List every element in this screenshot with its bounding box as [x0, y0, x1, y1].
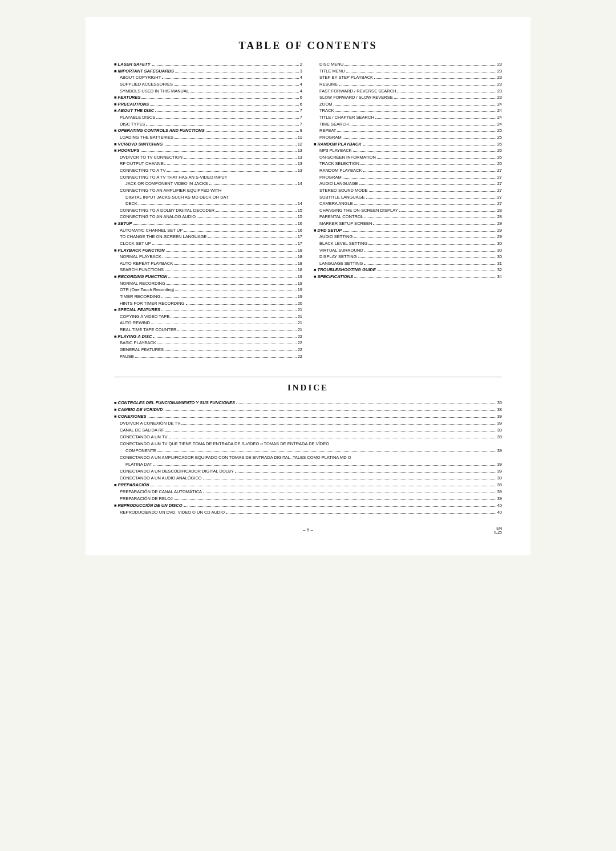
toc-entry: PROGRAM25: [314, 134, 502, 141]
toc-container: ■ LASER SAFETY2■ IMPORTANT SAFEGUARDS3AB…: [114, 61, 502, 360]
page: TABLE OF CONTENTS ■ LASER SAFETY2■ IMPOR…: [86, 17, 530, 555]
toc-entry: PLATINA DAT39: [114, 461, 502, 468]
toc-entry: PREPARACIÓN DE CANAL AUTOMÁTICA39: [114, 489, 502, 495]
toc-entry: TO CHANGE THE ON-SCREEN LANGUAGE17: [114, 233, 302, 240]
section-divider: [114, 377, 502, 377]
toc-entry: AUDIO LANGUAGE27: [314, 180, 502, 187]
toc-entry: BASIC PLAYBACK22: [114, 340, 302, 346]
toc-entry: ■ RECORDING FUNCTION19: [114, 273, 302, 280]
toc-entry: CANAL DE SALIDA RF39: [114, 427, 502, 434]
footer: – 5 – EN IL25: [114, 527, 502, 533]
footer-code: EN IL25: [494, 526, 502, 534]
toc-entry: CLOCK SET UP17: [114, 240, 302, 247]
toc-entry: ■ SETUP16: [114, 220, 302, 227]
toc-entry: LANGUAGE SETTING31: [314, 260, 502, 267]
toc-entry: SEARCH FUNCTIONS18: [114, 267, 302, 273]
toc-entry: TRACK SELECTION26: [314, 160, 502, 167]
toc-entry: CONNECTING TO AN ANALOG AUDIO15: [114, 213, 302, 220]
toc-entry: AUTO REWIND21: [114, 320, 302, 326]
toc-entry: TIMER RECORDING19: [114, 293, 302, 300]
toc-entry: PARENTAL CONTROL28: [314, 213, 502, 220]
toc-entry: ■ IMPORTANT SAFEGUARDS3: [114, 68, 302, 75]
toc-entry: CONNECTING TO A DOLBY DIGITAL DECODER15: [114, 207, 302, 214]
indice-section: ■ CONTROLES DEL FUNCIONAMIENTO Y SUS FUN…: [114, 400, 502, 516]
toc-entry: ■ REPRODUCCIÓN DE UN DISCO40: [114, 502, 502, 509]
toc-entry: PREPARACIÓN DE RELOJ39: [114, 495, 502, 502]
toc-entry: ■ RANDOM PLAYBACK26: [314, 141, 502, 148]
toc-entry: DVD/VCR A CONEXIÓN DE TV39: [114, 420, 502, 427]
toc-entry: SYMBOLS USED IN THIS MANUAL4: [114, 88, 302, 95]
toc-entry: ■ PRECAUTIONS6: [114, 101, 302, 108]
toc-entry: STEP BY STEP PLAYBACK23: [314, 74, 502, 81]
left-column: ■ LASER SAFETY2■ IMPORTANT SAFEGUARDS3AB…: [114, 61, 302, 360]
toc-entry: SUBTITLE LANGUAGE27: [314, 194, 502, 201]
toc-entry: DISPLAY SETTING30: [314, 253, 502, 260]
toc-entry: ■ FEATURES6: [114, 94, 302, 101]
toc-entry: CONNECTING TO AN AMPLIFIER EQUIPPED WITH: [114, 187, 302, 194]
toc-entry: MP3 PLAYBACK26: [314, 147, 502, 154]
toc-entry: PAUSE22: [114, 353, 302, 360]
toc-entry: DVD/VCR TO TV CONNECTION13: [114, 154, 302, 161]
toc-entry: PLAYABLE DISCS7: [114, 114, 302, 121]
toc-entry: CONNECTING TO A TV THAT HAS AN S-VIDEO I…: [114, 174, 302, 181]
toc-entry: VIRTUAL SURROUND30: [314, 247, 502, 254]
toc-entry: OTR (One Touch Recording)19: [114, 287, 302, 293]
toc-entry: ■ LASER SAFETY2: [114, 61, 302, 68]
toc-entry: BLACK LEVEL SETTING30: [314, 240, 502, 247]
toc-entry: TRACK24: [314, 107, 502, 114]
toc-entry: DECK14: [114, 200, 302, 207]
toc-entry: AUDIO SETTING29: [314, 233, 502, 240]
toc-entry: AUTOMATIC CHANNEL SET UP16: [114, 227, 302, 234]
toc-entry: CONECTANDO A UN DESCODIFICADOR DIGITAL D…: [114, 468, 502, 475]
toc-entry: REPEAT25: [314, 127, 502, 134]
toc-entry: NORMAL PLAYBACK18: [114, 253, 302, 260]
toc-entry: ZOOM24: [314, 101, 502, 108]
toc-entry: ■ TROUBLESHOOTING GUIDE32: [314, 267, 502, 273]
toc-entry: CONECTANDO A UN TV39: [114, 434, 502, 441]
toc-entry: ■ CAMBIO DE VCR/DVD38: [114, 406, 502, 413]
toc-entry: ■ PLAYING A DISC22: [114, 333, 302, 340]
right-column: DISC MENU23TITLE MENU23STEP BY STEP PLAY…: [314, 61, 502, 360]
toc-entry: ■ ABOUT THE DISC7: [114, 107, 302, 114]
toc-title: TABLE OF CONTENTS: [114, 40, 502, 52]
toc-entry: RF OUTPUT CHANNEL13: [114, 160, 302, 167]
toc-entry: TITLE MENU23: [314, 68, 502, 75]
toc-entry: LOADING THE BATTERIES11: [114, 134, 302, 141]
toc-entry: PROGRAM27: [314, 174, 502, 181]
toc-entry: ■ CONEXIONES39: [114, 413, 502, 420]
toc-entry: DIGITAL INPUT JACKS SUCH AS MD DECK OR D…: [114, 194, 302, 201]
toc-entry: TIME SEARCH24: [314, 121, 502, 128]
toc-entry: ■ CONTROLES DEL FUNCIONAMIENTO Y SUS FUN…: [114, 400, 502, 406]
toc-entry: COPYING A VIDEO TAPE21: [114, 313, 302, 320]
toc-entry: JACK OR COMPONENT VIDEO IN JACKS14: [114, 180, 302, 187]
toc-entry: CONECTANDO A UN AMPLIFICADOR EQUIPADO CO…: [114, 454, 502, 461]
toc-entry: ■ PLAYBACK FUNCTION18: [114, 247, 302, 254]
toc-entry: CAMERA ANGLE27: [314, 200, 502, 207]
toc-entry: ABOUT COPYRIGHT4: [114, 74, 302, 81]
toc-entry: TITLE / CHAPTER SEARCH24: [314, 114, 502, 121]
toc-entry: CHANGING THE ON-SCREEN DISPLAY28: [314, 207, 502, 214]
toc-entry: ■ HOOKUPS13: [114, 147, 302, 154]
toc-entry: ■ SPECIFICATIONS34: [314, 273, 502, 280]
toc-entry: NORMAL RECORDING19: [114, 280, 302, 287]
toc-entry: COMPONENTE39: [114, 447, 502, 454]
toc-entry: HINTS FOR TIMER RECORDING20: [114, 300, 302, 307]
toc-entry: MARKER SETUP SCREEN29: [314, 220, 502, 227]
toc-entry: DISC MENU23: [314, 61, 502, 68]
toc-entry: ■ DVD SETUP29: [314, 227, 502, 234]
indice-title: INDICE: [114, 383, 502, 393]
toc-entry: ON-SCREEN INFORMATION26: [314, 154, 502, 161]
toc-entry: CONECTANDO A UN AUDIO ANALÓGICO39: [114, 475, 502, 482]
toc-entry: ■ SPECIAL FEATURES21: [114, 306, 302, 313]
toc-entry: ■ VCR/DVD SWITCHING12: [114, 141, 302, 148]
toc-entry: REPRODUCIENDO UN DVD, VIDEO O UN CD AUDI…: [114, 509, 502, 516]
toc-entry: RESUME23: [314, 81, 502, 88]
toc-entry: AUTO REPEAT PLAYBACK18: [114, 260, 302, 267]
toc-entry: DISC TYPES7: [114, 121, 302, 128]
toc-entry: STEREO SOUND MODE27: [314, 187, 502, 194]
footer-page: – 5 –: [303, 527, 313, 533]
toc-entry: CONECTANDO A UN TV QUE TIENE TOMA DE ENT…: [114, 441, 502, 447]
toc-entry: SUPPLIED ACCESSORIES4: [114, 81, 302, 88]
toc-entry: ■ PREPARACIÓN39: [114, 482, 502, 489]
toc-entry: CONNECTING TO A TV13: [114, 167, 302, 174]
